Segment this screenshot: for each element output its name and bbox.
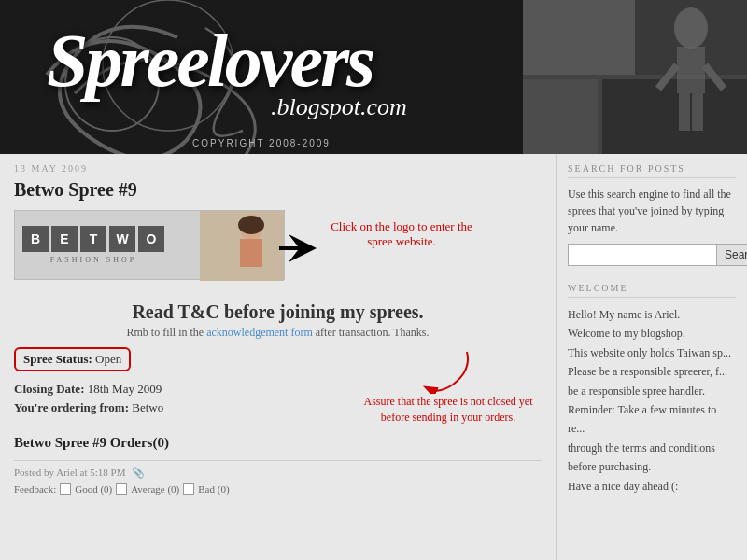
closing-date-value: 18th May 2009	[88, 382, 162, 396]
letter-e: E	[51, 226, 78, 252]
welcome-line-3: This website only holds Taiwan sp...	[568, 346, 731, 359]
spree-status-value: Open	[95, 352, 121, 366]
search-button[interactable]: Search	[717, 244, 747, 266]
attachment-icon: 📎	[132, 467, 145, 478]
tnc-section: Read T&C before joining my sprees. Rmb t…	[14, 301, 542, 340]
site-header: Spreelovers .blogspot.com COPYRIGHT 2008…	[0, 0, 747, 154]
betwo-letter-boxes: B E T W O	[22, 226, 164, 252]
feedback-label: Feedback:	[14, 483, 56, 495]
welcome-line-1: Hello! My name is Ariel.	[568, 308, 680, 321]
letter-w: W	[109, 226, 135, 252]
ordering-from-value: Betwo	[132, 400, 163, 414]
svg-rect-11	[679, 93, 690, 131]
svg-rect-3	[523, 0, 635, 75]
svg-point-7	[674, 7, 708, 49]
closing-date-row: Closing Date: 18th May 2009	[14, 382, 345, 397]
svg-point-16	[238, 216, 264, 234]
status-arrow	[420, 347, 476, 394]
svg-rect-8	[677, 47, 705, 93]
svg-rect-12	[692, 93, 703, 131]
svg-marker-17	[279, 234, 317, 262]
feedback-area: Feedback: Good (0) Average (0) Bad (0)	[14, 483, 542, 495]
site-title: Spreelovers	[47, 19, 373, 104]
tnc-link[interactable]: acknowledgement form	[206, 326, 313, 339]
content-area: 13 MAY 2009 Betwo Spree #9 B E T W O FAS…	[0, 154, 556, 560]
welcome-text: Hello! My name is Ariel. Welcome to my b…	[568, 305, 736, 496]
svg-rect-15	[240, 239, 262, 267]
site-subtitle: .blogspot.com	[271, 93, 407, 121]
bad-checkbox[interactable]	[183, 483, 194, 495]
tnc-suffix: after transaction. Thanks.	[313, 326, 430, 339]
tnc-title: Read T&C before joining my sprees.	[14, 301, 542, 323]
post-footer: Posted by Ariel at 5:18 PM 📎	[14, 460, 542, 479]
search-row: Search	[568, 244, 736, 266]
status-annotation: Assure that the spree is not closed yet …	[355, 394, 542, 426]
banner-arrow	[279, 234, 317, 262]
welcome-section-title: WELCOME	[568, 283, 736, 298]
letter-o: O	[138, 226, 164, 252]
betwo-banner[interactable]: B E T W O FASHION SHOP	[14, 210, 285, 280]
post-date: 13 MAY 2009	[14, 163, 542, 174]
welcome-line-2: Welcome to my blogshop.	[568, 327, 685, 340]
posted-by: Posted by Ariel at 5:18 PM	[14, 467, 125, 478]
tnc-prefix: Rmb to fill in the	[126, 326, 206, 339]
welcome-line-8: before purchasing.	[568, 460, 651, 473]
banner-annotation: Click on the logo to enter the spree web…	[327, 210, 476, 249]
search-section-title: SEARCH FOR POSTS	[568, 163, 736, 178]
main-container: 13 MAY 2009 Betwo Spree #9 B E T W O FAS…	[0, 154, 747, 560]
header-copyright: COPYRIGHT 2008-2009	[192, 138, 331, 148]
good-checkbox[interactable]	[60, 483, 71, 495]
welcome-line-6: Reminder: Take a few minutes to re...	[568, 403, 716, 435]
orders-title: Betwo Spree #9 Orders(0)	[14, 435, 542, 451]
spree-status-label: Spree Status:	[23, 352, 92, 366]
welcome-line-5: be a responsible spree handler.	[568, 385, 705, 398]
header-photo-collage	[523, 0, 747, 154]
search-input[interactable]	[568, 244, 717, 266]
betwo-model-photo	[200, 211, 284, 281]
letter-b: B	[22, 226, 49, 252]
ordering-from-label: You're ordering from:	[14, 400, 129, 414]
betwo-fashion-text: FASHION SHOP	[22, 256, 164, 264]
ordering-from-row: You're ordering from: Betwo	[14, 400, 345, 415]
closing-date-label: Closing Date:	[14, 382, 84, 396]
welcome-line-9: Have a nice day ahead (:	[568, 480, 678, 493]
post-title: Betwo Spree #9	[14, 179, 542, 201]
letter-t: T	[80, 226, 106, 252]
welcome-line-4: Please be a responsible spreerer, f...	[568, 365, 727, 378]
search-description: Use this search engine to find all the s…	[568, 186, 736, 236]
bad-label: Bad (0)	[198, 483, 229, 495]
betwo-logo: B E T W O FASHION SHOP	[22, 226, 164, 264]
tnc-subtitle: Rmb to fill in the acknowledgement form …	[14, 326, 542, 340]
average-label: Average (0)	[131, 483, 179, 495]
svg-rect-6	[602, 79, 747, 154]
spree-status-box: Spree Status: Open	[14, 347, 131, 371]
sidebar: SEARCH FOR POSTS Use this search engine …	[556, 154, 747, 560]
good-label: Good (0)	[75, 483, 112, 495]
welcome-line-7: through the terms and conditions	[568, 441, 715, 455]
svg-rect-5	[523, 79, 598, 154]
average-checkbox[interactable]	[116, 483, 127, 495]
